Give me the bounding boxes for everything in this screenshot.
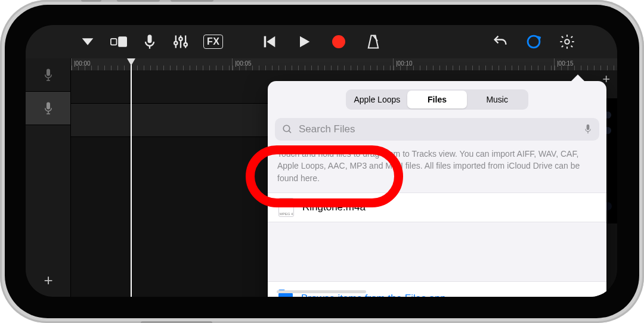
svg-line-24 <box>289 131 291 133</box>
play-icon[interactable] <box>296 33 312 50</box>
ruler-mark: |00:15 <box>557 60 574 67</box>
source-segmented-control: Apple Loops Files Music <box>346 89 528 110</box>
track-headers: + <box>26 58 71 297</box>
svg-rect-17 <box>47 69 50 76</box>
svg-rect-2 <box>119 37 126 46</box>
file-row[interactable]: MPEG 4 Ringtone.m4a <box>268 192 606 222</box>
file-name-label: Ringtone.m4a <box>302 201 366 213</box>
search-icon <box>282 124 293 135</box>
home-indicator[interactable] <box>277 290 366 293</box>
svg-rect-25 <box>587 125 590 130</box>
playhead[interactable] <box>131 58 132 297</box>
mixer-icon[interactable] <box>172 33 189 50</box>
track-header-2[interactable] <box>26 92 70 125</box>
view-dropdown-icon[interactable] <box>79 33 96 50</box>
svg-marker-0 <box>82 38 94 45</box>
loop-browser-popover: Apple Loops Files Music Touch and hold f… <box>268 81 606 297</box>
settings-gear-icon[interactable] <box>559 33 575 50</box>
track-header-1[interactable] <box>26 58 70 92</box>
microphone-icon <box>43 101 54 116</box>
tab-files[interactable]: Files <box>407 91 467 108</box>
svg-rect-20 <box>47 102 50 109</box>
go-to-start-icon[interactable] <box>261 33 278 50</box>
loop-browser-icon[interactable] <box>525 33 542 50</box>
ruler-mark: |00:00 <box>74 60 91 67</box>
ruler-mark: |00:05 <box>235 60 252 67</box>
record-button[interactable] <box>330 33 347 50</box>
search-field[interactable] <box>275 118 599 141</box>
svg-rect-11 <box>264 36 267 48</box>
microphone-icon[interactable] <box>141 33 158 50</box>
import-hint-text: Touch and hold files to drag them to Tra… <box>268 141 606 192</box>
svg-rect-1 <box>111 39 117 45</box>
search-input[interactable] <box>299 123 578 135</box>
svg-marker-13 <box>300 36 309 48</box>
browse-files-app[interactable]: Browse items from the Files app <box>268 281 606 297</box>
tab-apple-loops[interactable]: Apple Loops <box>347 91 407 108</box>
regions-icon[interactable] <box>110 33 127 50</box>
add-track-button[interactable]: + <box>26 263 71 297</box>
svg-marker-12 <box>267 36 275 48</box>
microphone-icon <box>43 67 54 83</box>
audio-file-icon: MPEG 4 <box>278 198 294 217</box>
top-toolbar: FX <box>26 25 617 58</box>
fx-button[interactable]: FX <box>203 35 223 49</box>
undo-icon[interactable] <box>492 33 509 50</box>
svg-point-23 <box>283 125 290 132</box>
svg-rect-3 <box>148 35 152 43</box>
metronome-icon[interactable] <box>365 33 382 50</box>
tab-music[interactable]: Music <box>467 91 527 108</box>
timeline-ruler[interactable]: |00:00 |00:05 |00:10 |00:15 <box>71 58 617 70</box>
svg-point-8 <box>179 38 182 41</box>
dictation-icon[interactable] <box>584 123 592 135</box>
svg-point-16 <box>565 39 569 44</box>
svg-point-10 <box>184 43 187 46</box>
ruler-mark: |00:10 <box>396 60 413 67</box>
svg-point-6 <box>174 42 177 45</box>
